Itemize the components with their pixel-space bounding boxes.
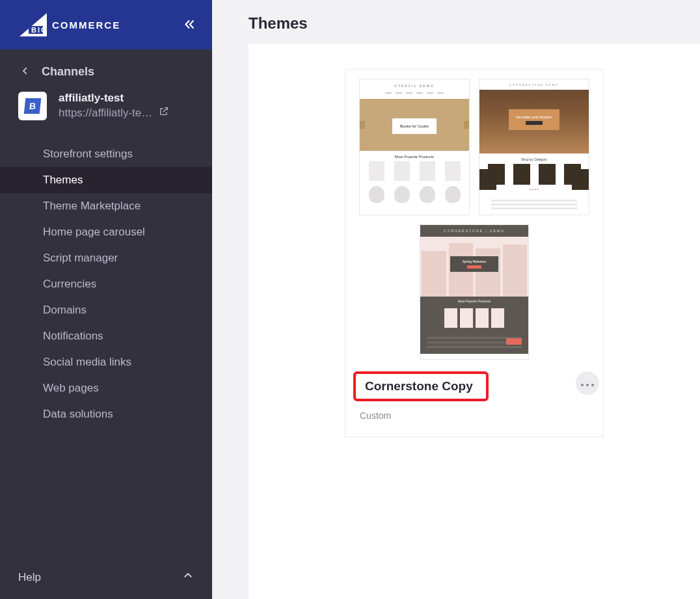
store-url-row: https://affiliatly-te… bbox=[59, 106, 196, 120]
nav-themes[interactable]: Themes bbox=[0, 167, 212, 193]
nav-theme-marketplace[interactable]: Theme Marketplace bbox=[0, 193, 212, 219]
preview-a-hero: Books for Cooks bbox=[360, 99, 469, 151]
help-label: Help bbox=[18, 571, 41, 584]
theme-name: Cornerstone Copy bbox=[365, 379, 473, 393]
more-horizontal-icon bbox=[580, 377, 595, 389]
nav-notifications[interactable]: Notifications bbox=[0, 323, 212, 349]
preview-c-head: CORNERSTONE | DEMO bbox=[420, 225, 528, 237]
brand-logo[interactable]: BIG COMMERCE bbox=[16, 12, 120, 38]
preview-b-hero-label: Versatile and Modern bbox=[509, 109, 559, 130]
svg-text:BIG: BIG bbox=[31, 26, 48, 34]
chevron-left-icon bbox=[21, 66, 30, 78]
nav-storefront-settings[interactable]: Storefront settings bbox=[0, 141, 212, 167]
brand-logo-icon: BIG bbox=[16, 12, 48, 38]
store-icon: B bbox=[18, 92, 47, 120]
nav-social-media-links[interactable]: Social media links bbox=[0, 349, 212, 375]
store-icon-letter: B bbox=[24, 98, 42, 114]
theme-preview-c[interactable]: CORNERSTONE | DEMO Spring Releases Most … bbox=[420, 224, 529, 360]
theme-type: Custom bbox=[360, 410, 589, 421]
preview-c-sub: Most Popular Products bbox=[420, 297, 528, 306]
preview-a-sub: Most Popular Products bbox=[360, 151, 469, 161]
sidebar: BIG COMMERCE Channels B affiliatly-test … bbox=[0, 0, 212, 599]
chevron-up-icon bbox=[182, 570, 194, 585]
store-selector[interactable]: B affiliatly-test https://affiliatly-te… bbox=[0, 85, 212, 137]
help-link[interactable]: Help bbox=[0, 555, 212, 599]
sidebar-header: BIG COMMERCE bbox=[0, 0, 212, 49]
theme-previews: STENCIL DEMO Books for Cooks Most Popula… bbox=[345, 70, 603, 362]
nav-domains[interactable]: Domains bbox=[0, 297, 212, 323]
preview-a-head: STENCIL DEMO bbox=[360, 79, 469, 92]
store-name: affiliatly-test bbox=[59, 92, 196, 105]
preview-b-head: CORNERSTONE DEMO bbox=[479, 79, 589, 90]
store-text: affiliatly-test https://affiliatly-te… bbox=[59, 92, 196, 120]
sidebar-nav: Storefront settings Themes Theme Marketp… bbox=[0, 137, 212, 427]
theme-name-highlight: Cornerstone Copy bbox=[353, 371, 489, 401]
theme-preview-b[interactable]: CORNERSTONE DEMO Versatile and Modern Sh… bbox=[479, 79, 589, 215]
nav-data-solutions[interactable]: Data solutions bbox=[0, 401, 212, 427]
collapse-sidebar-icon[interactable] bbox=[182, 18, 196, 32]
theme-more-button[interactable] bbox=[576, 371, 599, 395]
store-url: https://affiliatly-te… bbox=[59, 107, 152, 120]
theme-preview-a[interactable]: STENCIL DEMO Books for Cooks Most Popula… bbox=[359, 79, 470, 215]
channels-back-link[interactable]: Channels bbox=[0, 49, 212, 85]
page-title: Themes bbox=[212, 0, 700, 44]
nav-web-pages[interactable]: Web pages bbox=[0, 375, 212, 401]
nav-home-page-carousel[interactable]: Home page carousel bbox=[0, 219, 212, 245]
theme-card-footer: Cornerstone Copy Custom bbox=[345, 362, 603, 436]
preview-c-hero-label: Spring Releases bbox=[450, 256, 498, 272]
nav-currencies[interactable]: Currencies bbox=[0, 271, 212, 297]
nav-script-manager[interactable]: Script manager bbox=[0, 245, 212, 271]
channels-label: Channels bbox=[42, 65, 94, 79]
brand-name: COMMERCE bbox=[52, 20, 120, 31]
themes-panel: STENCIL DEMO Books for Cooks Most Popula… bbox=[249, 44, 700, 599]
main: Themes STENCIL DEMO Books for Cooks Most… bbox=[212, 0, 700, 599]
external-link-icon[interactable] bbox=[159, 106, 169, 120]
theme-card: STENCIL DEMO Books for Cooks Most Popula… bbox=[345, 69, 604, 437]
preview-a-hero-label: Books for Cooks bbox=[392, 118, 437, 134]
